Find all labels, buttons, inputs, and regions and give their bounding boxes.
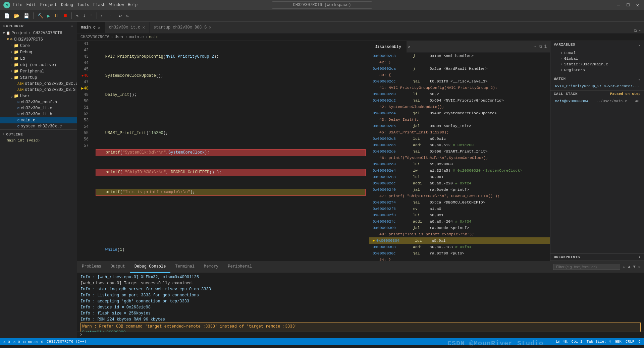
menu-window[interactable]: Window [109, 3, 124, 7]
statusbar-position[interactable]: Ln 48, Col 1 [556, 340, 582, 344]
breadcrumb-workspace[interactable]: CH32V307RCT6 [80, 35, 109, 40]
variables-header[interactable]: VARIABLES ⌄ [550, 41, 644, 48]
disasm-nav-button[interactable]: ⧉ 1 [539, 44, 547, 49]
tab-it-c-close[interactable]: ✕ [142, 24, 145, 30]
console-input[interactable] [86, 333, 641, 337]
console-wrap-button[interactable]: ⊞ [623, 265, 625, 270]
console-filter-input[interactable] [553, 264, 620, 270]
tab-terminal[interactable]: Terminal [170, 261, 199, 273]
debug-pause-button[interactable]: ⏸ [53, 12, 60, 19]
tab-main-c-close[interactable]: ✕ [98, 25, 100, 31]
sidebar-item-it-h[interactable]: H ch32v30x_it.h [0, 111, 77, 117]
statusbar-tabsize[interactable]: Tab Size: 4 [587, 340, 611, 344]
breakpoints-header[interactable]: BREAKPOINTS › [550, 254, 644, 260]
sidebar-item-conf-h[interactable]: H ch32v30x_conf.h [0, 99, 77, 105]
menu-debug[interactable]: Debug [61, 3, 73, 7]
callstack-header[interactable]: CALL STACK Paused on step [550, 91, 644, 97]
tab-more-button[interactable]: ⋯ [639, 28, 641, 33]
watch-item[interactable]: NVIC_PriorityGroup_2: <-var-create:... [554, 83, 641, 89]
breadcrumb-file[interactable]: main.c [129, 35, 144, 40]
explorer-icons[interactable]: ⋯ [71, 24, 73, 28]
save-button[interactable]: 💾 [22, 12, 31, 19]
outline-header[interactable]: › OUTLINE [0, 131, 77, 138]
minimize-button[interactable]: — [615, 2, 622, 8]
nav-back-button[interactable]: ← [100, 12, 105, 19]
sidebar-item-startup-d8c[interactable]: ASM startup_ch32v30x_D8C.S [0, 81, 77, 87]
tab-output[interactable]: Output [106, 261, 130, 273]
tab-it-c[interactable]: ch32v30x_it.c ✕ [105, 22, 150, 33]
sidebar-item-project[interactable]: ▼ 📋 Project: CH32V307RCT6 [0, 30, 77, 36]
sidebar-item-workspace[interactable]: ▼ ⊙ CH32V307RCT6 [0, 36, 77, 43]
sidebar-item-startup[interactable]: ⌄ 📁 Startup [0, 74, 77, 81]
disasm-tab[interactable]: Disassembly [369, 41, 407, 53]
breadcrumb-user[interactable]: User [115, 35, 124, 40]
menu-help[interactable]: Help [128, 3, 138, 7]
debug-start-button[interactable]: ▶ [46, 12, 51, 19]
open-button[interactable]: 📂 [12, 12, 21, 19]
step-out-button[interactable]: ↑ [88, 12, 94, 19]
variables-global[interactable]: ›Global [555, 56, 639, 61]
tab-problems[interactable]: Problems [77, 261, 106, 273]
disasm-close-button[interactable]: ✕ [408, 44, 410, 49]
new-file-button[interactable]: 📄 [3, 12, 11, 19]
sidebar-item-system-c[interactable]: C system_ch32v30x.c [0, 123, 77, 129]
sidebar-item-it-c[interactable]: C ch32v30x_it.c [0, 105, 77, 111]
tab-main-c[interactable]: main.c ✕ [77, 22, 105, 33]
sidebar-item-startup-d8[interactable]: ASM startup_ch32v30x_D8.S [0, 87, 77, 93]
step-into-button[interactable]: ↓ [82, 12, 87, 19]
menu-file[interactable]: File [13, 3, 22, 7]
menu-edit[interactable]: Edit [26, 3, 36, 7]
tab-memory[interactable]: Memory [199, 261, 223, 273]
outline-item-main[interactable]: main int (void) [0, 138, 77, 143]
disasm-more-button[interactable]: ⋯ [534, 44, 536, 49]
tab-peripheral[interactable]: Peripheral [223, 261, 257, 273]
step-over-button[interactable]: ↷ [74, 12, 80, 19]
variables-static[interactable]: ›Static:/User/main.c [555, 61, 639, 67]
bottom-content: Info : [wch_riscv.cpu.0] XLEN=32, misa=0… [77, 273, 644, 332]
sidebar-item-main-c[interactable]: C main.c [0, 117, 77, 123]
console-close-button[interactable]: ✕ [638, 265, 641, 270]
undo-button[interactable]: ↩ [118, 12, 123, 19]
code-content[interactable]: NVIC_PriorityGroupConfig(NVIC_PriorityGr… [92, 41, 369, 261]
variables-local[interactable]: ›Local [555, 50, 639, 56]
code-line-51: while(1) [96, 247, 366, 253]
statusbar-notes[interactable]: ⊡ note: 0 [23, 340, 43, 344]
sidebar-item-ld[interactable]: › 📁 Ld [0, 55, 77, 62]
menu-project[interactable]: Project [40, 3, 57, 7]
breadcrumb-function[interactable]: main [149, 35, 159, 40]
menu-flash[interactable]: Flash [93, 3, 105, 7]
console-scroll-down[interactable]: ▼ [633, 265, 636, 269]
build-button[interactable]: 🔨 [36, 12, 45, 19]
maximize-button[interactable]: □ [625, 2, 631, 8]
sidebar-item-core[interactable]: › 📁 Core [0, 43, 77, 49]
code-line-47: printf( "ChipID:%08x\r\n", DBGMCU_GetCHI… [96, 169, 366, 176]
disasm-content[interactable]: 0x000002c8j0x1c8 <nmi_handler> 42: } 0x0… [369, 53, 550, 261]
tab-main-c-label: main.c [81, 25, 96, 30]
tab-startup[interactable]: startup_ch32v30x_D8C.S ✕ [150, 22, 216, 33]
menu-bar[interactable]: File Edit Project Debug Tools Flash Wind… [13, 3, 138, 7]
sidebar-item-user[interactable]: ⌄ 📁 User [0, 93, 77, 99]
sidebar-item-debug-folder[interactable]: › 📁 Debug [0, 49, 77, 55]
statusbar-errors[interactable]: ✕ 0 [13, 340, 20, 344]
tab-debug-console[interactable]: Debug Console [130, 261, 171, 273]
toolbar-separator-2 [71, 12, 72, 19]
statusbar-language[interactable]: C [638, 340, 641, 344]
statusbar-project[interactable]: CH32V307RCT6 [C++] [47, 340, 87, 344]
watch-header[interactable]: WATCH ⌄ [550, 75, 644, 82]
nav-forward-button[interactable]: → [106, 12, 112, 19]
console-scroll-up[interactable]: ▲ [628, 265, 630, 269]
statusbar-encoding[interactable]: GBK [615, 340, 622, 344]
callstack-item-main[interactable]: main@0x00000304 ../User/main.c 48 [554, 99, 641, 104]
menu-tools[interactable]: Tools [77, 3, 89, 7]
close-button[interactable]: ✕ [635, 2, 641, 8]
tab-startup-close[interactable]: ✕ [209, 24, 211, 30]
sidebar-item-peripheral[interactable]: › 📁 Peripheral [0, 68, 77, 74]
sidebar-item-obj[interactable]: › 📁 obj (on-active) [0, 62, 77, 68]
workspace-search[interactable]: CH32V307RCT6 (Workspace) [272, 1, 372, 9]
statusbar-warnings[interactable]: ⚠ 0 [3, 340, 10, 344]
split-editor-button[interactable]: ⧉ [634, 28, 637, 33]
variables-registers[interactable]: ›Registers [555, 67, 639, 73]
debug-stop-button[interactable]: ⏹ [61, 12, 69, 19]
redo-button[interactable]: ↪ [124, 12, 130, 19]
statusbar-eol[interactable]: CRLF [626, 340, 634, 344]
